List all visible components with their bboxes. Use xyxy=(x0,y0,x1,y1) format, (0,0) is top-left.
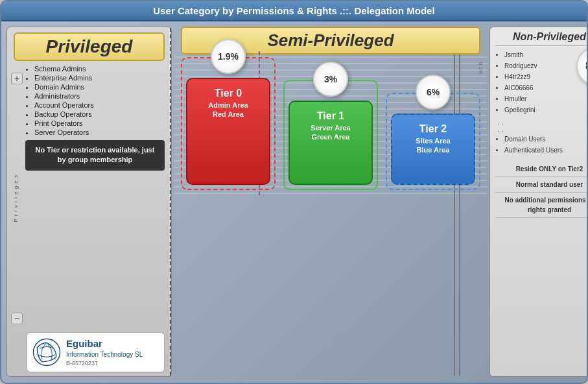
company-subtitle: Information Technology SL xyxy=(66,350,143,359)
list-item: Jsmith xyxy=(504,50,588,60)
list-item: Administrators xyxy=(34,92,165,100)
info-line-0: Reside ONLY on Tier2 xyxy=(495,162,588,177)
middle-inner: Semi-Privileged 0.1% 1.9% Tier 0 Admin A… xyxy=(174,27,487,195)
logo-box: Eguibar Information Technology SL B-6572… xyxy=(27,332,165,372)
tier1-percent: 3% xyxy=(324,74,337,84)
tier1-wrapper: 3% Tier 1 Server AreaGreen Area xyxy=(283,80,378,190)
list-item: Print Operators xyxy=(34,119,165,127)
content-area: Privileged + P r i v i l e g e s Schema … xyxy=(1,21,587,382)
info-line-2: No additional permissions or rights gran… xyxy=(495,193,588,218)
small-percent: 0.1% xyxy=(478,62,484,74)
logo-text: Eguibar Information Technology SL B-6572… xyxy=(66,337,143,368)
tier1-box: Tier 1 Server AreaGreen Area xyxy=(288,101,373,185)
info-line-1: Normal standard user xyxy=(495,177,588,193)
tiers-container: 1.9% Tier 0 Admin AreaRed Area 3% xyxy=(174,57,487,195)
list-item: Server Operators xyxy=(34,128,165,136)
tier1-name: Tier 1 xyxy=(296,110,365,122)
tier1-desc: Server AreaGreen Area xyxy=(296,123,365,142)
tier2-percent: 6% xyxy=(427,87,440,97)
non-privileged-box: Non-Privileged 89% Jsmith Rodriguezv H4t… xyxy=(489,27,588,377)
company-reg: B-65720237 xyxy=(66,359,143,368)
tier0-percent: 1.9% xyxy=(218,51,239,62)
list-item: Backup Operators xyxy=(34,110,165,118)
non-privileged-group-list: Domain Users Authenticated Users xyxy=(495,134,588,156)
non-privileged-section: Non-Privileged 89% Jsmith Rodriguezv H4t… xyxy=(489,27,588,377)
company-name: Eguibar xyxy=(66,337,143,350)
list-item: Rodriguezv xyxy=(504,61,588,71)
main-container: User Category by Permissions & Rights .:… xyxy=(0,0,588,384)
list-item: AIC06666 xyxy=(504,83,588,93)
group-list: Schema Admins Enterprise Admins Domain A… xyxy=(25,65,165,136)
privileged-label: Privileged xyxy=(14,32,165,61)
tier0-box: Tier 0 Admin AreaRed Area xyxy=(186,78,270,185)
nonpriv-percent-value: 89% xyxy=(585,60,588,72)
page-title: User Category by Permissions & Rights .:… xyxy=(153,5,434,16)
list-item: Authenticated Users xyxy=(504,145,588,156)
tier2-desc: Sites AreaBlue Area xyxy=(399,136,467,155)
semi-privileged-section: Semi-Privileged 0.1% 1.9% Tier 0 Admin A… xyxy=(174,27,487,377)
list-item: Domain Admins xyxy=(34,83,165,91)
non-privileged-user-list: Jsmith Rodriguezv H4tr2zz9 AIC06666 Hmul… xyxy=(495,50,588,116)
tier1-percent-bubble: 3% xyxy=(313,62,348,97)
privileges-side-label: P r i v i l e g e s xyxy=(11,86,20,311)
dashed-divider xyxy=(170,28,171,376)
zoom-out-button[interactable]: − xyxy=(11,313,23,324)
tier0-name: Tier 0 xyxy=(194,87,263,99)
list-item: H4tr2zz9 xyxy=(504,72,588,82)
list-item: Gpellegrini xyxy=(504,105,588,115)
tier0-desc: Admin AreaRed Area xyxy=(194,101,263,119)
list-item: Account Operators xyxy=(34,101,165,109)
non-privileged-info: Reside ONLY on Tier2 Normal standard use… xyxy=(495,162,588,218)
no-tier-box: No Tier or restriction available, just b… xyxy=(25,140,165,171)
tier2-percent-bubble: 6% xyxy=(416,75,451,110)
privileged-panel: Privileged + P r i v i l e g e s Schema … xyxy=(6,27,172,377)
list-item: Schema Admins xyxy=(34,65,165,73)
tier2-box: Tier 2 Sites AreaBlue Area xyxy=(391,114,475,185)
zoom-in-button[interactable]: + xyxy=(11,73,23,84)
non-privileged-label: Non-Privileged xyxy=(495,31,588,46)
tier2-wrapper: 6% Tier 2 Sites AreaBlue Area xyxy=(386,93,480,190)
list-item: Enterprise Admins xyxy=(34,74,165,82)
tier0-percent-bubble: 1.9% xyxy=(211,39,246,74)
company-logo-icon xyxy=(32,338,61,366)
tier0-wrapper: 1.9% Tier 0 Admin AreaRed Area xyxy=(181,57,276,190)
title-bar: User Category by Permissions & Rights .:… xyxy=(1,1,587,21)
list-item: Hmuller xyxy=(504,94,588,104)
list-item: Domain Users xyxy=(504,134,588,145)
tier2-name: Tier 2 xyxy=(399,123,467,135)
